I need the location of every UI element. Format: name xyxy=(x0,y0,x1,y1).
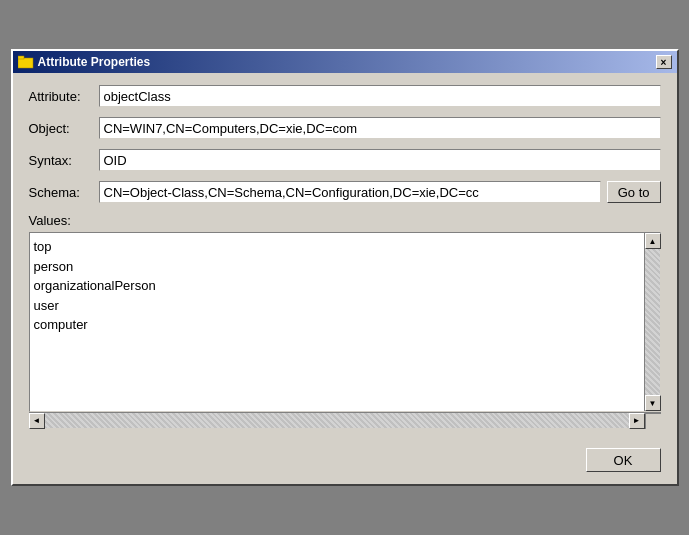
object-input[interactable] xyxy=(99,117,661,139)
attribute-input[interactable] xyxy=(99,85,661,107)
list-item[interactable]: top xyxy=(34,237,640,257)
values-container: toppersonorganizationalPersonusercompute… xyxy=(29,232,661,412)
vertical-scrollbar[interactable]: ▲ ▼ xyxy=(644,233,660,411)
scrollbar-corner xyxy=(645,413,661,429)
attribute-label: Attribute: xyxy=(29,89,99,104)
scroll-up-button[interactable]: ▲ xyxy=(645,233,661,249)
scroll-left-button[interactable]: ◄ xyxy=(29,413,45,429)
syntax-row: Syntax: xyxy=(29,149,661,171)
close-button[interactable]: × xyxy=(656,55,672,69)
folder-icon xyxy=(18,54,34,70)
object-row: Object: xyxy=(29,117,661,139)
scroll-track-h xyxy=(45,413,629,428)
schema-row: Schema: Go to xyxy=(29,181,661,203)
svg-rect-1 xyxy=(18,56,24,59)
window-title: Attribute Properties xyxy=(38,55,151,69)
scroll-track-v xyxy=(645,249,660,395)
list-item[interactable]: person xyxy=(34,257,640,277)
ok-button[interactable]: OK xyxy=(586,448,661,472)
schema-input[interactable] xyxy=(99,181,601,203)
values-label: Values: xyxy=(29,213,661,228)
list-item[interactable]: user xyxy=(34,296,640,316)
list-item[interactable]: organizationalPerson xyxy=(34,276,640,296)
titlebar: Attribute Properties × xyxy=(13,51,677,73)
scroll-down-button[interactable]: ▼ xyxy=(645,395,661,411)
form-content: Attribute: Object: Syntax: Schema: Go to… xyxy=(13,73,677,440)
horizontal-scrollbar[interactable]: ◄ ► xyxy=(29,412,661,428)
list-item[interactable]: computer xyxy=(34,315,640,335)
object-label: Object: xyxy=(29,121,99,136)
svg-rect-0 xyxy=(18,58,33,68)
goto-button[interactable]: Go to xyxy=(607,181,661,203)
syntax-input[interactable] xyxy=(99,149,661,171)
dialog-window: Attribute Properties × Attribute: Object… xyxy=(11,49,679,486)
schema-label: Schema: xyxy=(29,185,99,200)
titlebar-left: Attribute Properties xyxy=(18,54,151,70)
bottom-bar: OK xyxy=(13,440,677,484)
values-list: toppersonorganizationalPersonusercompute… xyxy=(30,233,644,411)
attribute-row: Attribute: xyxy=(29,85,661,107)
scroll-right-button[interactable]: ► xyxy=(629,413,645,429)
syntax-label: Syntax: xyxy=(29,153,99,168)
